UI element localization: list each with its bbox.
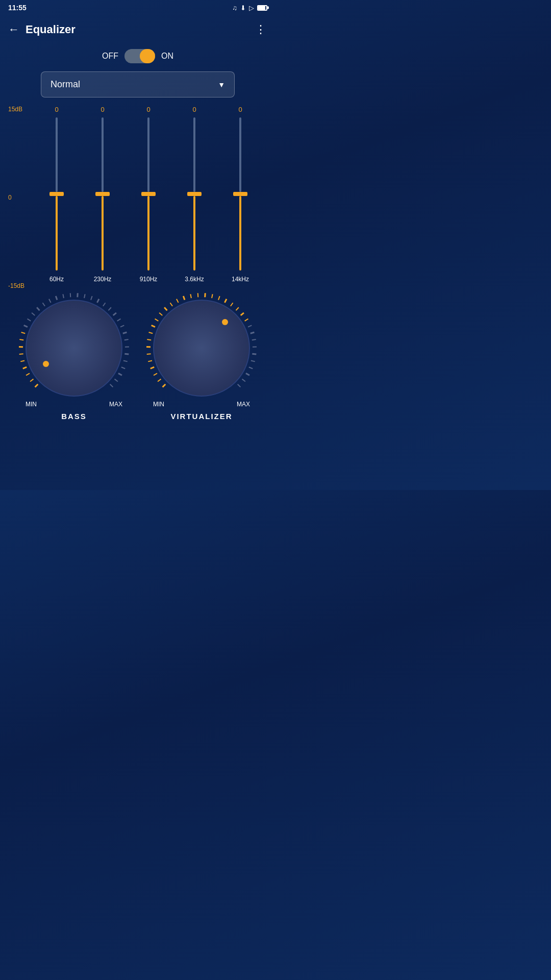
music-icon: ♫ [232,4,237,12]
preset-container: Normal ▼ [41,71,235,97]
slider-handle-2[interactable] [141,192,156,196]
svg-line-64 [252,339,256,340]
page-title: Equalizer [26,23,76,36]
db-bottom-label: -15dB [8,282,24,289]
power-toggle-switch[interactable] [124,49,155,63]
svg-line-3 [23,367,27,369]
svg-line-62 [248,325,252,327]
freq-label-4: 14kHz [232,276,249,283]
svg-line-32 [121,367,125,369]
svg-line-67 [251,360,255,361]
slider-value-4: 0 [238,106,242,113]
virtualizer-knob-title: VIRTUALIZER [170,412,232,421]
slider-track-bottom-2 [147,196,149,271]
slider-value-1: 0 [101,106,104,113]
slider-handle-3[interactable] [187,192,202,196]
svg-line-34 [115,379,118,382]
db-mid-label: 0 [8,194,24,201]
virtualizer-knob-dial[interactable] [153,300,250,397]
slider-value-3: 0 [192,106,196,113]
svg-line-44 [149,332,153,333]
svg-line-43 [147,339,151,340]
svg-line-30 [124,354,129,354]
eq-slider-col-230Hz: 0 230Hz [80,106,126,283]
svg-line-15 [56,296,57,300]
svg-line-17 [70,293,71,297]
slider-wrapper-0[interactable] [53,117,60,271]
svg-line-31 [123,360,128,361]
svg-line-36 [163,384,166,387]
bass-knob-dot [43,361,49,367]
svg-line-10 [28,319,31,321]
power-toggle-row: OFF ON [0,49,276,63]
eq-sliders-row: 0 60Hz 0 230Hz 0 910Hz 0 3.6kHz [8,106,267,283]
svg-line-5 [19,354,23,354]
bass-knob-wrapper [26,300,122,397]
slider-handle-4[interactable] [233,192,247,196]
svg-line-12 [37,307,39,310]
bass-knob-dial[interactable] [26,300,122,397]
slider-handle-0[interactable] [49,192,64,196]
svg-line-69 [246,373,249,375]
knobs-section: MIN MAX BASS MIN MAX VIRTUALIZER [0,300,276,421]
svg-line-45 [152,325,155,327]
svg-line-46 [155,319,159,321]
svg-line-66 [252,354,256,354]
more-options-button[interactable]: ⋮ [255,23,267,36]
slider-wrapper-4[interactable] [237,117,244,271]
slider-track-top-2 [147,117,149,192]
svg-line-9 [24,325,28,327]
svg-line-19 [84,294,85,298]
slider-handle-1[interactable] [95,192,110,196]
svg-line-24 [113,313,116,315]
virtualizer-knob-dot [222,319,228,325]
svg-line-28 [124,339,129,340]
svg-line-53 [198,293,198,297]
preset-dropdown[interactable]: Normal ▼ [41,71,235,97]
svg-line-49 [170,303,173,306]
toggle-off-label: OFF [102,52,118,61]
status-time: 11:55 [8,4,27,12]
slider-track-bottom-3 [193,196,195,271]
svg-line-0 [35,384,38,387]
dropdown-arrow-icon: ▼ [218,81,225,89]
slider-value-2: 0 [146,106,150,113]
db-labels: 15dB 0 -15dB [8,106,24,289]
db-top-label: 15dB [8,106,24,113]
svg-line-22 [103,303,106,306]
svg-line-61 [245,319,248,321]
svg-line-4 [20,360,24,361]
eq-slider-col-910Hz: 0 910Hz [126,106,171,283]
svg-line-21 [97,299,99,303]
download-icon: ⬇ [240,4,246,12]
toggle-thumb [140,49,155,63]
slider-track-top-3 [193,117,195,192]
svg-line-18 [78,293,78,297]
slider-wrapper-2[interactable] [145,117,152,271]
svg-line-23 [108,307,111,310]
svg-line-51 [183,296,185,300]
slider-track-top-1 [102,117,104,192]
slider-track-top-4 [239,117,241,192]
slider-track-bottom-1 [102,196,104,271]
slider-wrapper-3[interactable] [191,117,198,271]
slider-value-0: 0 [55,106,58,113]
svg-line-68 [249,367,253,369]
freq-label-2: 910Hz [140,276,158,283]
back-button[interactable]: ← [8,23,19,36]
svg-line-8 [21,332,26,333]
svg-line-33 [118,373,122,375]
slider-wrapper-1[interactable] [99,117,106,271]
svg-line-41 [147,354,151,354]
svg-line-20 [91,296,92,300]
svg-line-50 [177,299,179,303]
play-icon: ▷ [249,4,254,12]
battery-icon [257,5,267,11]
svg-line-56 [218,296,220,300]
freq-label-0: 60Hz [49,276,64,283]
eq-slider-col-14kHz: 0 14kHz [217,106,263,283]
svg-line-39 [151,367,154,369]
eq-slider-col-3.6kHz: 0 3.6kHz [171,106,217,283]
svg-line-26 [120,325,124,327]
svg-line-54 [205,293,206,297]
